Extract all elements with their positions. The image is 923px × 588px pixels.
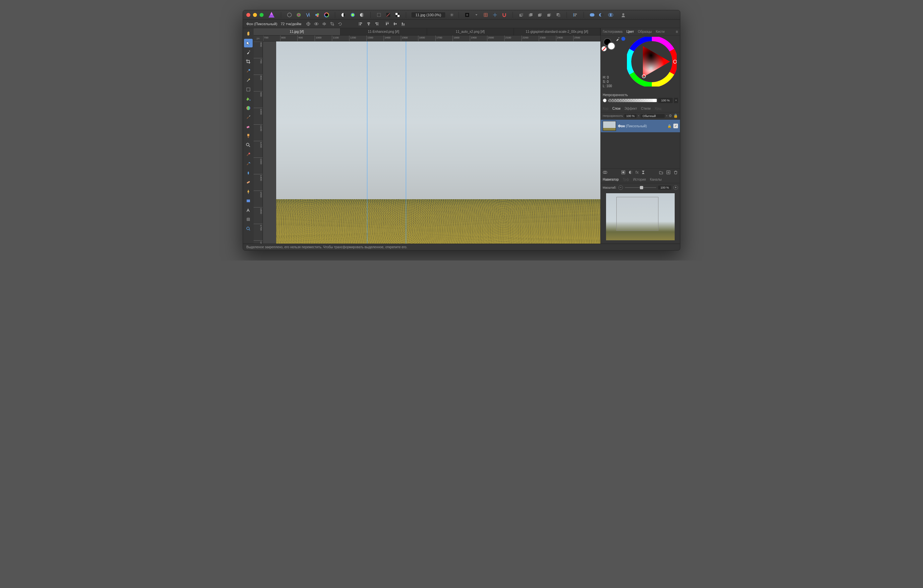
- group-icon[interactable]: [659, 170, 664, 175]
- move-forward-icon[interactable]: [535, 11, 544, 18]
- color-picker-tool[interactable]: [244, 48, 253, 57]
- checker-icon[interactable]: [393, 11, 402, 18]
- opacity-value[interactable]: 100 %: [658, 98, 673, 103]
- minimize-window-button[interactable]: [253, 13, 257, 17]
- grid-icon[interactable]: [481, 11, 490, 18]
- eye-icon[interactable]: [313, 21, 320, 27]
- account-icon[interactable]: [619, 11, 627, 18]
- layer-opacity-drop-icon[interactable]: ▾: [638, 114, 639, 117]
- channels-red-icon[interactable]: [384, 11, 393, 18]
- flood-fill-tool[interactable]: [244, 94, 253, 103]
- selection-brush-tool[interactable]: [244, 67, 253, 75]
- clone-tool[interactable]: [244, 131, 253, 140]
- gradient-tool[interactable]: [244, 104, 253, 112]
- pen-tool[interactable]: [244, 187, 253, 196]
- blend-mode-select[interactable]: Обычный: [641, 114, 665, 118]
- close-window-button[interactable]: [246, 13, 250, 17]
- contrast-icon[interactable]: [339, 11, 348, 18]
- move-front-icon[interactable]: [545, 11, 553, 18]
- move-front2-icon[interactable]: [554, 11, 563, 18]
- crop-tool[interactable]: [244, 57, 253, 66]
- tab-layers[interactable]: Слои: [613, 107, 620, 110]
- zoom-in-button[interactable]: +: [673, 185, 678, 190]
- doc-tab-3[interactable]: 11_auto_x2.png [И]: [427, 28, 514, 35]
- zoom-handle[interactable]: [640, 186, 643, 189]
- adjustment-icon[interactable]: [628, 170, 633, 175]
- layer-visible-checkbox[interactable]: ✓: [673, 124, 678, 128]
- lock-icon[interactable]: 🔒: [673, 114, 678, 118]
- align-hcenter-icon[interactable]: [365, 21, 372, 27]
- tab-extras[interactable]: Хрщ: [654, 107, 661, 110]
- add-layer-icon[interactable]: [666, 170, 671, 175]
- dodge-tool[interactable]: [244, 141, 253, 149]
- hand-tool[interactable]: [244, 30, 253, 38]
- erase-tool[interactable]: [244, 122, 253, 131]
- layer-opacity-value[interactable]: 100 %: [624, 114, 637, 118]
- navigator-viewport[interactable]: [616, 197, 659, 231]
- move-backward-icon[interactable]: [526, 11, 535, 18]
- boolean-intersect-icon[interactable]: [606, 11, 615, 18]
- snap-magnet-icon[interactable]: [500, 11, 509, 18]
- doc-tab-4[interactable]: 11-gigapixel-standard-scale-2_00x.png [И…: [514, 28, 601, 35]
- tab-color[interactable]: Цвет: [627, 30, 634, 33]
- navigator-thumbnail[interactable]: [603, 192, 678, 241]
- inpaint-tool[interactable]: [244, 150, 253, 159]
- marquee-tool[interactable]: [244, 85, 253, 94]
- layer-locked-icon[interactable]: 🔒: [667, 124, 672, 128]
- export-persona-icon[interactable]: [322, 11, 331, 18]
- tab-channels[interactable]: Каналы: [650, 177, 662, 181]
- dark-view-icon[interactable]: [463, 11, 471, 18]
- sampled-color-icon[interactable]: [621, 37, 625, 41]
- doc-tab-1[interactable]: 11.jpg [И]: [254, 28, 340, 35]
- zoom-value[interactable]: 100 %: [658, 186, 672, 190]
- hourglass-icon[interactable]: [641, 170, 645, 175]
- tab-history[interactable]: История: [633, 177, 646, 181]
- align-vcenter-icon[interactable]: [391, 21, 399, 27]
- canvas-viewport[interactable]: [263, 41, 600, 244]
- develop-persona-icon[interactable]: [304, 11, 312, 18]
- tab-cor[interactable]: Кор: [603, 107, 608, 110]
- align-left-icon[interactable]: [357, 21, 365, 27]
- tab-brushes[interactable]: Кисти: [656, 30, 665, 33]
- tab-effects[interactable]: Эффект: [624, 107, 637, 110]
- tab-styles[interactable]: Стили: [641, 107, 651, 110]
- tone-map-persona-icon[interactable]: [313, 11, 322, 18]
- tab-navigator[interactable]: Навигатор: [603, 177, 619, 181]
- zoom-slider[interactable]: [625, 187, 656, 188]
- gear-icon[interactable]: ⚙: [669, 114, 672, 118]
- color-wheel[interactable]: [627, 37, 677, 87]
- hcenter-icon[interactable]: [320, 21, 328, 27]
- fx-icon[interactable]: fx: [636, 170, 639, 175]
- front-color-swatch[interactable]: [608, 42, 615, 50]
- align-icon[interactable]: [571, 11, 580, 18]
- crop-icon[interactable]: [328, 21, 336, 27]
- zoom-window-button[interactable]: [259, 13, 264, 17]
- rainbow-icon[interactable]: [348, 11, 357, 18]
- marquee-icon[interactable]: [374, 11, 383, 18]
- opacity-dropdown-icon[interactable]: ▾: [674, 98, 678, 103]
- guide-1[interactable]: [367, 41, 367, 244]
- opacity-slider[interactable]: [608, 99, 657, 102]
- boolean-add-icon[interactable]: [588, 11, 596, 18]
- align-top-icon[interactable]: [384, 21, 391, 27]
- delete-layer-icon[interactable]: [673, 170, 678, 175]
- rotate-icon[interactable]: [337, 21, 344, 27]
- doc-tab-2[interactable]: 11-Enhanced.png [И]: [340, 28, 427, 35]
- ruler-unit[interactable]: px: [254, 36, 263, 41]
- tab-histogram[interactable]: Гистограмма: [603, 30, 622, 33]
- ruler-horizontal[interactable]: 7008009001000110012001300140015001600170…: [263, 36, 600, 41]
- layer-blend-icon[interactable]: [603, 170, 608, 175]
- opacity-handle[interactable]: [652, 99, 656, 102]
- move-back-icon[interactable]: [517, 11, 526, 18]
- mesh-tool[interactable]: [244, 215, 253, 224]
- paint-brush-tool[interactable]: [244, 113, 253, 122]
- ruler-vertical[interactable]: 6007008009001000110012001300140015001600…: [254, 41, 263, 244]
- tab-swatches[interactable]: Образцы: [638, 30, 652, 33]
- align-right-icon[interactable]: [373, 21, 380, 27]
- eyedropper-icon[interactable]: [615, 37, 620, 41]
- smudge-tool[interactable]: [244, 159, 253, 168]
- no-fill-icon[interactable]: [601, 46, 607, 51]
- document-canvas[interactable]: [276, 41, 600, 244]
- magic-wand-tool[interactable]: [244, 76, 253, 85]
- mask-icon[interactable]: [621, 170, 626, 175]
